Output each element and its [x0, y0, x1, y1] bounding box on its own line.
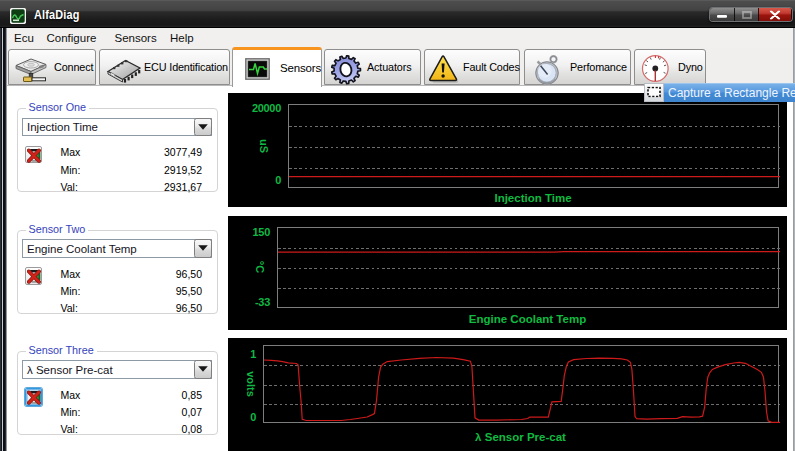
window-title: AlfaDiag — [34, 8, 80, 22]
sensor-groupbox-2: Sensor TwoEngine Coolant Temp Max 96,50M… — [17, 230, 219, 314]
connect-icon — [14, 56, 48, 82]
clear-graph-button[interactable] — [25, 267, 43, 285]
chart-panel-1: 200000uSInjection Time — [228, 93, 787, 207]
stat-value: 2931,67 — [164, 181, 202, 193]
menu-item-help[interactable]: Help — [170, 32, 194, 44]
title-bar[interactable]: AlfaDiag — [0, 0, 795, 28]
sensor-select-dropdown[interactable]: Injection Time — [22, 118, 212, 137]
capture-tooltip-label: Capture a Rectangle Reg — [668, 86, 795, 100]
plot-area — [277, 227, 779, 308]
chevron-down-icon — [197, 245, 208, 252]
chart-title: Engine Coolant Temp — [469, 313, 586, 325]
stat-label: Val: — [61, 302, 78, 314]
stat-value: 0,85 — [182, 389, 202, 401]
gauge-icon — [641, 55, 670, 83]
sensor-select-dropdown[interactable]: Engine Coolant Temp — [22, 239, 212, 258]
stat-row-val: Val: 2931,67 — [61, 181, 203, 193]
tab-label: Connect — [54, 61, 93, 73]
stat-value: 95,50 — [176, 285, 202, 297]
ytick-bottom: 0 — [216, 411, 256, 423]
stat-row-max: Max 3077,49 — [61, 146, 203, 158]
dropdown-arrow-button[interactable] — [194, 360, 212, 379]
chart-title: λ Sensor Pre-cat — [475, 431, 566, 443]
stat-value: 96,50 — [176, 268, 202, 280]
y-axis-unit-label: uS — [258, 138, 270, 152]
series-line — [264, 358, 780, 423]
stat-label: Max — [61, 146, 81, 158]
stat-value: 96,50 — [176, 302, 202, 314]
tab-dyno[interactable]: Dyno — [634, 49, 707, 86]
ytick-bottom: -33 — [230, 296, 270, 308]
stopwatch-icon — [532, 53, 563, 86]
maximize-button[interactable] — [735, 8, 759, 21]
tab-label: Fault Codes — [463, 61, 520, 73]
gear-icon — [331, 55, 362, 85]
clear-graph-button[interactable] — [25, 146, 43, 164]
chart-panel-2: 150-33°CEngine Coolant Temp — [228, 216, 787, 330]
close-icon — [770, 10, 781, 19]
dropdown-selected-value: λ Sensor Pre-cat — [27, 364, 113, 376]
tab-perfomance[interactable]: Perfomance — [524, 49, 631, 86]
stat-label: Min: — [61, 164, 81, 176]
tab-fault-codes[interactable]: Fault Codes — [424, 49, 520, 86]
chevron-down-icon — [197, 123, 208, 130]
chart-panel-3: 10voltsλ Sensor Pre-cat — [228, 338, 787, 451]
stat-label: Val: — [61, 181, 78, 193]
sensor-select-dropdown[interactable]: λ Sensor Pre-cat — [22, 360, 212, 379]
tab-label: Actuators — [367, 61, 411, 73]
stat-label: Max — [61, 268, 81, 280]
ecu-chip-icon — [106, 59, 142, 83]
menu-bar: EcuConfigureSensorsHelp — [0, 28, 795, 48]
dropdown-selected-value: Injection Time — [27, 121, 98, 133]
tab-label: Perfomance — [570, 61, 627, 73]
stat-value: 0,08 — [182, 423, 202, 435]
ytick-top: 1 — [216, 348, 256, 360]
dropdown-arrow-button[interactable] — [194, 118, 212, 137]
stat-row-max: Max 0,85 — [61, 389, 203, 401]
ytick-top: 20000 — [241, 102, 281, 114]
stat-row-max: Max 96,50 — [61, 268, 203, 280]
dropdown-selected-value: Engine Coolant Temp — [27, 243, 137, 255]
stat-row-min: Min: 2919,52 — [61, 164, 203, 176]
capture-tool-menu-item[interactable]: Capture a Rectangle Reg — [644, 83, 795, 103]
dropdown-arrow-button[interactable] — [194, 239, 212, 258]
ytick-bottom: 0 — [241, 174, 281, 186]
tab-label: Sensors — [280, 62, 321, 74]
groupbox-title: Sensor Three — [26, 344, 97, 356]
window-controls — [709, 7, 793, 22]
plot-area — [263, 345, 779, 423]
y-axis-unit-label: volts — [245, 371, 257, 397]
delete-graph-icon — [27, 390, 42, 405]
stat-label: Max — [61, 389, 81, 401]
delete-graph-icon — [27, 148, 42, 163]
groupbox-title: Sensor One — [26, 101, 90, 113]
tab-actuators[interactable]: Actuators — [324, 49, 421, 86]
sensor-groupbox-1: Sensor OneInjection Time Max 3077,49Min:… — [17, 108, 219, 192]
maximize-icon — [741, 10, 752, 19]
ytick-top: 150 — [230, 226, 270, 238]
dashed-rectangle-icon — [644, 83, 664, 103]
app-icon — [10, 8, 26, 24]
plot-area — [288, 104, 779, 188]
stat-label: Min: — [61, 285, 81, 297]
y-axis-unit-label: °C — [254, 261, 266, 273]
stat-value: 2919,52 — [164, 164, 202, 176]
tab-sensors[interactable]: Sensors — [232, 47, 322, 87]
tab-connect[interactable]: Connect — [8, 49, 96, 86]
menu-item-sensors[interactable]: Sensors — [115, 32, 157, 44]
chart-svg — [289, 105, 780, 189]
close-button[interactable] — [759, 8, 791, 21]
chart-svg — [264, 346, 780, 424]
minimize-button[interactable] — [710, 8, 735, 21]
tab-label: Dyno — [678, 61, 703, 73]
tab-label: ECU Identification — [144, 61, 228, 73]
menu-item-configure[interactable]: Configure — [47, 32, 97, 44]
minimize-icon — [716, 13, 728, 18]
stat-row-val: Val: 96,50 — [61, 302, 203, 314]
chart-title: Injection Time — [494, 192, 571, 204]
tab-ecu-identification[interactable]: ECU Identification — [99, 49, 230, 86]
menu-item-ecu[interactable]: Ecu — [14, 32, 34, 44]
oscilloscope-icon — [245, 58, 270, 80]
clear-graph-button[interactable] — [25, 388, 43, 406]
stat-value: 0,07 — [182, 406, 202, 418]
